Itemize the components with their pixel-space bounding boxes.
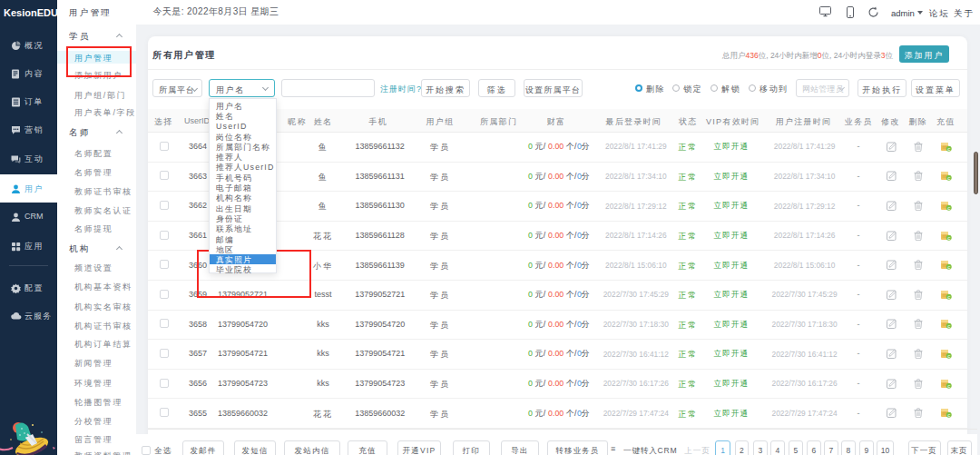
- svg-text:c: c: [947, 382, 950, 388]
- svg-text:c: c: [947, 412, 950, 418]
- svg-text:c: c: [947, 175, 950, 181]
- svg-text:c: c: [947, 146, 950, 152]
- svg-text:c: c: [947, 205, 950, 211]
- svg-text:c: c: [947, 234, 950, 240]
- svg-text:c: c: [947, 264, 950, 270]
- svg-text:c: c: [947, 294, 950, 300]
- svg-text:c: c: [947, 353, 950, 359]
- svg-text:c: c: [947, 323, 950, 329]
